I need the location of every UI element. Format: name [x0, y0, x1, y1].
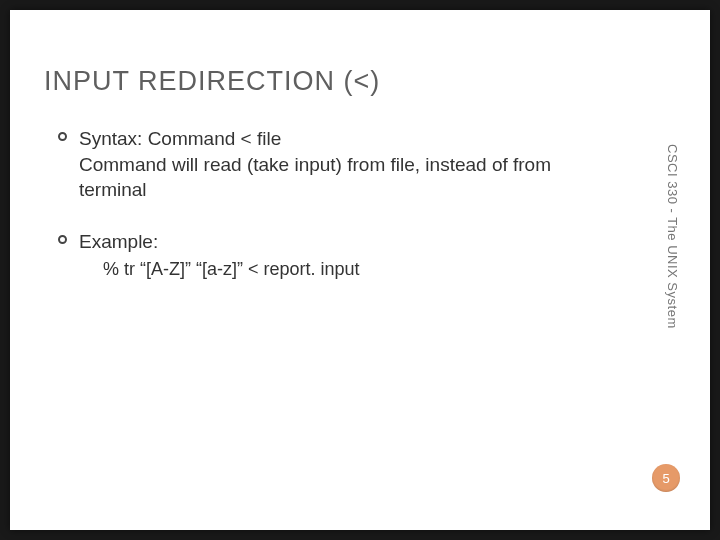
bullet-body: Syntax: Command < file Command will read… [79, 126, 620, 203]
page-number-badge: 5 [652, 464, 680, 492]
bullet-line: Example: [79, 229, 620, 255]
bullet-line: Syntax: Command < file [79, 126, 620, 152]
bullet-line: Command will read (take input) from file… [79, 152, 620, 203]
bullet-marker-icon [58, 235, 67, 244]
slide-title: INPUT REDIRECTION (<) [44, 66, 380, 97]
side-course-label: CSCI 330 - The UNIX System [665, 144, 680, 329]
slide-content: Syntax: Command < file Command will read… [58, 126, 620, 307]
bullet-subline: % tr “[A-Z]” “[a-z]” < report. input [103, 257, 620, 281]
page-number: 5 [662, 471, 669, 486]
bullet-body: Example: % tr “[A-Z]” “[a-z]” < report. … [79, 229, 620, 281]
bullet-item: Syntax: Command < file Command will read… [58, 126, 620, 203]
bullet-marker-icon [58, 132, 67, 141]
slide: INPUT REDIRECTION (<) Syntax: Command < … [10, 10, 710, 530]
bullet-item: Example: % tr “[A-Z]” “[a-z]” < report. … [58, 229, 620, 281]
